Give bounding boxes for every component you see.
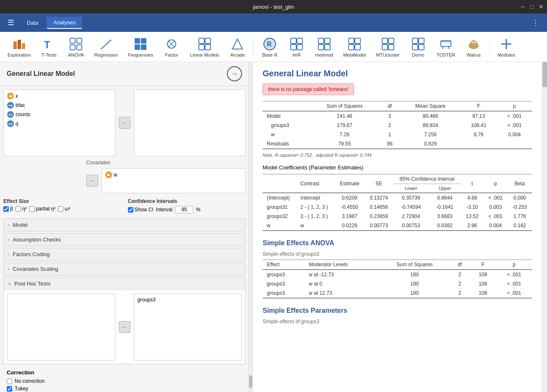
left-scroll[interactable]: [249, 62, 253, 392]
tab-analyses[interactable]: Analyses: [47, 17, 82, 29]
toolbar-baser[interactable]: R Base R: [257, 35, 282, 59]
covariate-w[interactable]: ◆ w: [104, 170, 243, 179]
se-row2-f: 108: [470, 288, 496, 298]
svg-rect-32: [325, 44, 330, 50]
se-row0-df: 2: [450, 270, 469, 279]
effect-omega2-checkbox[interactable]: [58, 206, 63, 212]
close-button[interactable]: ✕: [539, 3, 544, 10]
coef-groups31-label: groups31: [263, 202, 296, 212]
ci-col: Confidence Intervals Show CI Interval %: [128, 198, 246, 213]
covariates-section: Covariates → ◆ w: [3, 160, 245, 193]
regression-icon: [99, 36, 114, 52]
covariates-label: Covariates: [86, 160, 110, 166]
var-x-icon: ◆: [7, 93, 14, 99]
var-q[interactable]: ●● q: [5, 119, 113, 128]
toolbar-lmr-label: lmR: [293, 52, 301, 57]
svg-rect-31: [318, 44, 324, 50]
toolbar-frequencies[interactable]: Frequencies: [124, 35, 158, 59]
hamburger-menu[interactable]: ☰: [3, 16, 18, 30]
minimize-button[interactable]: ─: [521, 3, 525, 10]
model-header[interactable]: › Model: [4, 219, 245, 231]
se-col-p: p: [496, 260, 532, 270]
show-ci-checkbox[interactable]: [128, 207, 133, 213]
frequencies-icon: [133, 36, 148, 52]
post-hoc-label: Post Hoc Tests: [14, 280, 50, 287]
more-menu[interactable]: ⋮: [528, 16, 544, 30]
assumption-checks-header[interactable]: › Assumption Checks: [4, 234, 245, 246]
toolbar-anova-label: ANOVA: [68, 52, 84, 57]
no-correction-checkbox[interactable]: [7, 379, 12, 384]
correction-section: Correction No correction Tukey: [3, 366, 245, 392]
linearmodels-icon: [197, 36, 212, 52]
toolbar-toster[interactable]: TOSTER: [432, 35, 459, 59]
svg-rect-34: [355, 38, 360, 44]
right-scroll[interactable]: [542, 62, 547, 392]
toolbar-modules[interactable]: Modules: [493, 35, 519, 59]
toolbar-anova[interactable]: ANOVA: [63, 35, 89, 59]
se-col-f: F: [470, 260, 496, 270]
var-x[interactable]: ◆ x: [5, 91, 113, 101]
factors-coding-label: Factors Coding: [13, 251, 49, 257]
se-row2-p: < .001: [496, 288, 532, 298]
medmod-icon: [317, 36, 332, 52]
toolbar-linearmodels[interactable]: Linear Models: [186, 35, 223, 59]
restore-button[interactable]: □: [530, 3, 534, 10]
coef-groups31-se: 0.14656: [365, 202, 393, 212]
assumption-checks-arrow: ›: [8, 237, 9, 242]
toolbar-factor[interactable]: Factor: [159, 35, 184, 59]
svg-rect-43: [412, 44, 418, 50]
factors-dropzone[interactable]: [134, 89, 246, 156]
toolbar-mtucluster[interactable]: MTUcluster: [372, 35, 404, 59]
post-hoc-groups3[interactable]: groups3: [136, 296, 240, 304]
covariates-scaling-header[interactable]: › Covariates Scaling: [4, 263, 245, 275]
coef-groups31-beta: -0.253: [508, 202, 532, 212]
toolbar-lmr[interactable]: lmR: [284, 35, 309, 59]
toolbar: Exploration T T-Tests ANOVA Regression: [0, 32, 547, 62]
svg-rect-12: [135, 44, 140, 50]
toolbar-arcade[interactable]: Arcade: [225, 35, 250, 59]
interval-input[interactable]: [175, 206, 193, 213]
coef-w-contrast: w: [296, 221, 335, 231]
post-hoc-add-button[interactable]: →: [119, 321, 130, 333]
toolbar-exploration[interactable]: Exploration: [3, 35, 35, 59]
svg-text:R: R: [267, 41, 272, 48]
no-correction-option[interactable]: No correction: [7, 378, 242, 384]
add-to-factors-button[interactable]: →: [119, 117, 130, 129]
toolbar-demo[interactable]: Demo: [406, 35, 431, 59]
se-row2-effect: groups3: [263, 288, 305, 298]
error-banner: there is no package called 'lsmeans': [263, 83, 354, 95]
svg-point-50: [470, 40, 477, 46]
factors-coding-header[interactable]: › Factors Coding: [4, 248, 245, 260]
effect-size-col: Effect Size β η² partial η²: [3, 198, 121, 213]
post-hoc-available[interactable]: [7, 293, 115, 361]
toolbar-medmod[interactable]: medmod: [311, 35, 337, 59]
add-to-covariates-button[interactable]: →: [86, 175, 98, 187]
row-model-sumsq: 241.46: [310, 111, 379, 121]
effect-size-options: β η² partial η² ω²: [3, 206, 121, 212]
effect-beta[interactable]: β: [3, 206, 13, 212]
effect-eta2-checkbox[interactable]: [16, 206, 21, 212]
effect-beta-checkbox[interactable]: [3, 206, 9, 212]
toolbar-ttests[interactable]: T T-Tests: [36, 35, 62, 59]
tukey-checkbox[interactable]: [7, 386, 12, 392]
var-counts[interactable]: ●● counts: [5, 110, 113, 119]
go-button[interactable]: →: [227, 66, 242, 81]
panel-header: General Linear Model →: [0, 62, 249, 86]
effect-omega2[interactable]: ω²: [58, 206, 70, 212]
show-ci-option[interactable]: Show CI: [128, 207, 154, 213]
var-bfac[interactable]: ●● bfac: [5, 101, 113, 110]
toolbar-metamodel[interactable]: MetaModel: [339, 35, 370, 59]
effect-partial-eta2-checkbox[interactable]: [29, 206, 35, 212]
effect-eta2[interactable]: η²: [16, 206, 27, 212]
effect-partial-eta2[interactable]: partial η²: [29, 206, 56, 212]
toolbar-regression[interactable]: Regression: [90, 35, 122, 59]
covariates-dropzone[interactable]: ◆ w: [102, 168, 245, 193]
post-hoc-selected[interactable]: groups3: [134, 293, 242, 361]
coef-groups32-t: 13.52: [461, 212, 484, 221]
show-ci-label: Show CI: [135, 207, 154, 213]
post-hoc-header[interactable]: ∨ Post Hoc Tests: [4, 278, 245, 290]
tab-data[interactable]: Data: [20, 17, 45, 29]
effect-partial-eta2-label: partial η²: [36, 206, 56, 212]
toolbar-walrus[interactable]: Walrus: [461, 35, 486, 59]
tukey-option[interactable]: Tukey: [7, 386, 242, 392]
